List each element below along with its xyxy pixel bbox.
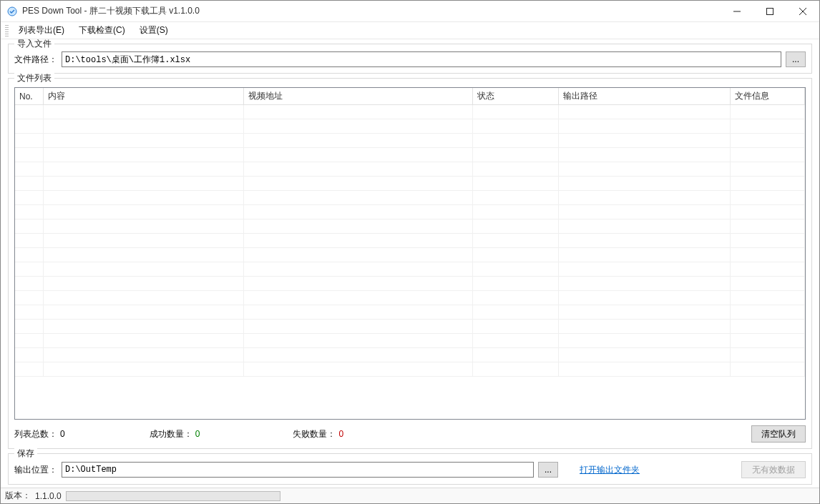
import-file-legend: 导入文件 (14, 39, 54, 50)
file-path-label: 文件路径： (14, 54, 57, 66)
table-row[interactable] (15, 348, 805, 362)
total-value: 0 (60, 429, 65, 439)
menu-export[interactable]: 列表导出(E) (11, 22, 72, 39)
browse-file-button[interactable]: ... (786, 51, 806, 67)
col-content[interactable]: 内容 (44, 88, 244, 104)
clear-queue-button[interactable]: 清空队列 (751, 425, 806, 443)
col-status[interactable]: 状态 (473, 88, 559, 104)
table-row[interactable] (15, 277, 805, 291)
no-valid-data-button: 无有效数据 (741, 461, 806, 478)
col-info[interactable]: 文件信息 (731, 88, 805, 104)
table-row[interactable] (15, 148, 805, 162)
close-button[interactable] (786, 1, 819, 22)
table-row[interactable] (15, 305, 805, 320)
table-row[interactable] (15, 262, 805, 277)
table-row[interactable] (15, 219, 805, 234)
col-no[interactable]: No. (15, 88, 44, 104)
app-icon (6, 6, 18, 17)
table-row[interactable] (15, 119, 805, 134)
minimize-button[interactable] (721, 1, 753, 22)
maximize-button[interactable] (753, 1, 786, 22)
open-output-folder-link[interactable]: 打开输出文件夹 (580, 464, 640, 476)
import-file-group: 导入文件 文件路径： ... (8, 44, 812, 74)
progress-bar (66, 491, 280, 501)
table-row[interactable] (15, 334, 805, 348)
output-path-input[interactable] (62, 462, 534, 478)
fail-value: 0 (338, 429, 343, 439)
ok-label: 成功数量： (150, 428, 192, 440)
table-row[interactable] (15, 134, 805, 148)
menu-settings[interactable]: 设置(S) (132, 22, 175, 39)
browse-output-button[interactable]: ... (538, 462, 558, 478)
save-group: 保存 输出位置： ... 打开输出文件夹 无有效数据 (8, 453, 812, 485)
menubar-grip (5, 25, 9, 36)
table-row[interactable] (15, 105, 805, 119)
output-path-label: 输出位置： (14, 464, 57, 476)
save-legend: 保存 (14, 448, 37, 460)
table-row[interactable] (15, 177, 805, 191)
file-list-table[interactable]: No. 内容 视频地址 状态 输出路径 文件信息 (14, 87, 806, 420)
stats-row: 列表总数： 0 成功数量： 0 失败数量： 0 清空队列 (14, 425, 806, 443)
menubar: 列表导出(E) 下载检查(C) 设置(S) (1, 22, 819, 39)
table-row[interactable] (15, 205, 805, 219)
file-list-legend: 文件列表 (14, 72, 54, 84)
version-label: 版本： (5, 490, 31, 502)
statusbar: 版本： 1.1.0.0 (1, 488, 819, 503)
table-row[interactable] (15, 234, 805, 248)
table-header: No. 内容 视频地址 状态 输出路径 文件信息 (15, 88, 805, 105)
col-url[interactable]: 视频地址 (244, 88, 473, 104)
ok-value: 0 (195, 429, 200, 439)
col-outpath[interactable]: 输出路径 (559, 88, 731, 104)
file-path-input[interactable] (62, 51, 781, 67)
table-body (15, 105, 805, 419)
svg-rect-2 (767, 8, 773, 14)
table-row[interactable] (15, 362, 805, 377)
menu-download-check[interactable]: 下载检查(C) (72, 22, 132, 39)
titlebar: PES Down Tool - 胖二十视频下载工具 v1.1.0.0 (1, 1, 819, 22)
table-row[interactable] (15, 248, 805, 262)
window-title: PES Down Tool - 胖二十视频下载工具 v1.1.0.0 (22, 5, 200, 17)
table-row[interactable] (15, 320, 805, 334)
version-value: 1.1.0.0 (35, 491, 62, 501)
table-row[interactable] (15, 162, 805, 177)
table-row[interactable] (15, 191, 805, 205)
table-row[interactable] (15, 291, 805, 305)
fail-label: 失败数量： (293, 428, 336, 440)
total-label: 列表总数： (14, 428, 57, 440)
file-list-group: 文件列表 No. 内容 视频地址 状态 输出路径 文件信息 列表总数： 0 成功… (8, 78, 812, 449)
